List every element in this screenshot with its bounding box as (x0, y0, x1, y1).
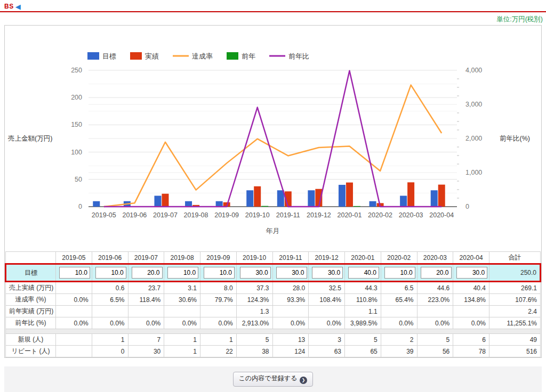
x-tick-label: 2019-09 (214, 211, 239, 219)
x-axis-title: 年月 (266, 227, 280, 235)
table-cell: 0.0% (272, 317, 309, 329)
table-cell: 39 (381, 346, 417, 357)
goal-input-2019-09[interactable] (204, 267, 235, 279)
x-tick-label: 2020-03 (399, 211, 423, 219)
table-cell: 37.3 (236, 282, 272, 294)
left-tick-label: 50 (75, 176, 82, 183)
table-cell: 118.4% (128, 294, 164, 306)
monthly-data-table: 2019-052019-062019-072019-082019-092019-… (5, 251, 541, 357)
goal-cell (164, 264, 200, 282)
table-cell: 1.3 (236, 306, 272, 317)
table-cell: 0.0% (381, 317, 417, 329)
legend-label: 前年比 (288, 52, 309, 60)
table-cell: 6 (453, 334, 489, 346)
goal-input-2020-02[interactable] (384, 267, 415, 279)
table-cell: 93.3% (272, 294, 309, 306)
goal-input-2019-11[interactable] (276, 267, 307, 279)
table-cell: 0.0% (92, 317, 128, 329)
goal-cell (453, 264, 489, 282)
goal-input-2019-10[interactable] (240, 267, 271, 279)
bar-目標 (400, 196, 407, 207)
bar-実績 (162, 194, 168, 207)
col-header: 合計 (489, 252, 541, 264)
table-cell: 44.3 (345, 282, 381, 294)
table-cell (56, 306, 92, 317)
table-cell: 23.7 (128, 282, 164, 294)
goal-input-2020-01[interactable] (348, 267, 379, 279)
x-tick-label: 2019-07 (153, 211, 178, 219)
bar-目標 (308, 190, 315, 207)
legend-label: 前年 (242, 52, 255, 60)
x-tick-label: 2019-12 (307, 211, 331, 219)
table-cell (56, 282, 92, 294)
goal-cell (200, 264, 237, 282)
table-cell (56, 346, 92, 357)
series-line-達成率 (104, 85, 441, 207)
separator-row (6, 329, 541, 334)
row-label: 新規 (人) (6, 334, 56, 346)
bs-logo: BS (4, 3, 14, 10)
goal-input-2020-04[interactable] (456, 267, 487, 279)
table-cell: 0.0% (417, 317, 453, 329)
legend-label: 目標 (102, 52, 116, 60)
submit-button[interactable]: この内容で登録する❯ (233, 372, 313, 387)
left-tick-label: 150 (71, 121, 82, 128)
table-cell: 13 (272, 334, 309, 346)
goal-cell (56, 264, 92, 282)
goal-input-2020-03[interactable] (421, 267, 452, 279)
goal-input-2019-05[interactable] (59, 267, 90, 279)
table-cell: 5 (345, 334, 381, 346)
left-tick-label: 200 (71, 94, 82, 101)
goal-input-2019-12[interactable] (312, 267, 343, 279)
goal-input-2019-07[interactable] (132, 267, 163, 279)
table-cell: 30 (128, 346, 164, 357)
goal-cell (309, 264, 345, 282)
col-header: 2019-05 (56, 252, 92, 264)
goal-row: 目標250.0 (6, 264, 541, 282)
bar-実績 (346, 183, 353, 207)
goal-cell (381, 264, 417, 282)
goal-cell (236, 264, 272, 282)
x-tick-label: 2019-05 (92, 211, 116, 219)
table-cell: 78 (453, 346, 489, 357)
bar-目標 (370, 201, 376, 207)
table-cell (453, 306, 489, 317)
table-cell: 6.5 (381, 282, 417, 294)
table-cell (56, 334, 92, 346)
unit-label: 単位:万円(税別) (496, 15, 543, 24)
table-cell: 5 (417, 334, 453, 346)
table-cell: 124.3% (236, 294, 272, 306)
back-arrow-icon[interactable]: ◀ (15, 3, 21, 11)
bar-目標 (216, 201, 223, 207)
right-tick-label: 1,000 (465, 169, 482, 176)
goal-input-2019-06[interactable] (95, 267, 126, 279)
legend-swatch (227, 52, 238, 60)
table-cell: 79.7% (200, 294, 237, 306)
bar-目標 (93, 201, 100, 207)
right-tick-label: 3,000 (465, 101, 482, 108)
table-cell: 3 (309, 334, 345, 346)
table-cell: 110.8% (345, 294, 381, 306)
table-row: 達成率 (%)0.0%6.5%118.4%30.6%79.7%124.3%93.… (6, 294, 541, 306)
table-row: 新規 (人)17115133525649 (6, 334, 541, 346)
goal-cell (272, 264, 309, 282)
top-bar: BS◀ (4, 1, 21, 11)
table-cell: 108.4% (309, 294, 345, 306)
separator (6, 329, 541, 334)
table-cell: 44.6 (417, 282, 453, 294)
goal-cell (128, 264, 164, 282)
table-cell: 38 (236, 346, 272, 357)
col-header: 2019-06 (92, 252, 128, 264)
bar-実績 (438, 185, 445, 207)
x-tick-label: 2019-06 (122, 211, 147, 219)
footer-bar: この内容で登録する❯ (4, 366, 542, 392)
table-cell (128, 306, 164, 317)
table-cell: 56 (417, 346, 453, 357)
col-header: 2020-03 (417, 252, 453, 264)
table-cell: 3.1 (164, 282, 200, 294)
legend-swatch (87, 52, 99, 60)
table-cell: 0.6 (92, 282, 128, 294)
row-label: リピート (人) (6, 346, 56, 357)
col-header: 2019-07 (128, 252, 164, 264)
goal-input-2019-08[interactable] (167, 267, 198, 279)
